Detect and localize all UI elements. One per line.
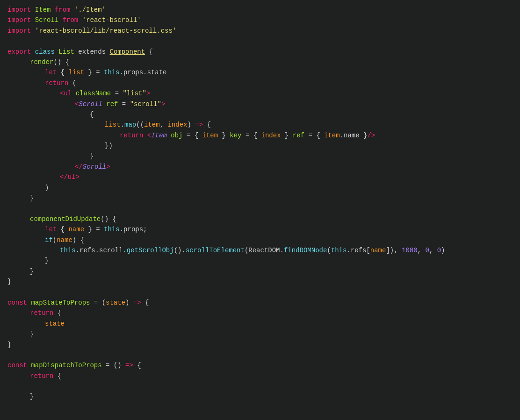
- token-num: 0: [437, 245, 441, 256]
- code-line: [0, 203, 520, 214]
- token-plain: [31, 15, 35, 25]
- token-tag: >: [161, 99, 165, 109]
- token-const-kw: const: [7, 298, 27, 308]
- code-line: <ul className = "list">: [0, 88, 520, 99]
- code-line: const mapDispatchToProps = () => {: [0, 360, 520, 370]
- token-plain: }: [30, 193, 34, 203]
- token-var-name: item: [144, 120, 160, 130]
- token-kw-from: from: [55, 5, 71, 15]
- token-map-fn: scrollToElement: [186, 245, 245, 256]
- token-var-name: state: [45, 319, 65, 329]
- token-plain: ) {: [72, 235, 84, 245]
- token-tag: >: [106, 162, 110, 172]
- token-plain: [55, 47, 58, 57]
- token-tag: >: [146, 88, 150, 99]
- code-line: <Scroll ref = "scroll">: [0, 99, 520, 109]
- token-tag: </: [75, 162, 83, 172]
- code-line: }: [0, 151, 520, 161]
- token-plain: [27, 298, 31, 308]
- token-plain: {: [145, 47, 153, 57]
- token-tag: </: [60, 172, 68, 182]
- token-plain: ): [125, 298, 133, 308]
- token-attr-name: ref: [293, 130, 304, 141]
- token-plain: .refs[: [347, 245, 370, 256]
- token-kw-import: return: [120, 130, 143, 141]
- token-plain: .: [340, 130, 344, 141]
- token-tag: />: [367, 130, 375, 141]
- token-plain: }: [30, 266, 34, 277]
- token-plain: ().: [174, 245, 186, 256]
- token-plain: () {: [101, 214, 116, 224]
- token-num: 1000: [402, 245, 418, 256]
- token-str: 'react-bscroll/lib/react-scroll.css': [35, 26, 176, 36]
- token-plain: } =: [84, 67, 104, 78]
- token-plain: [102, 99, 106, 109]
- token-plain: (ReactDOM.: [245, 245, 284, 256]
- token-plain: ,: [429, 245, 437, 256]
- code-line: componentDidUpdate() {: [0, 214, 520, 224]
- token-kw-import: export: [7, 47, 31, 57]
- token-plain: .refs.scroll.: [76, 245, 127, 256]
- token-kw-import: import: [7, 15, 31, 25]
- code-line: render() {: [0, 57, 520, 67]
- token-plain: = {: [182, 130, 202, 141]
- code-line: const mapStateToProps = (state) => {: [0, 298, 520, 308]
- code-line: this.refs.scroll.getScrollObj().scrollTo…: [0, 245, 520, 256]
- token-kw-import: return: [45, 78, 68, 88]
- token-plain: } =: [84, 224, 104, 235]
- token-tag: <: [60, 88, 64, 99]
- token-arrow: =>: [195, 120, 203, 130]
- token-plain: [51, 5, 54, 15]
- token-tag-name: Scroll: [83, 162, 106, 172]
- token-map-fn: map: [124, 120, 136, 130]
- token-plain: ,: [418, 245, 426, 256]
- token-plain: }: [218, 130, 230, 141]
- token-plain: {: [57, 224, 68, 235]
- token-plain: ((: [136, 120, 144, 130]
- token-plain: {: [90, 109, 94, 120]
- token-attr-name: ref: [106, 99, 118, 109]
- code-line: {: [0, 109, 520, 120]
- token-var-name: state: [106, 298, 125, 308]
- code-line: [0, 381, 520, 392]
- token-plain: {: [57, 67, 68, 78]
- token-str: 'react-bscroll': [82, 15, 141, 25]
- token-kw-from: from: [63, 15, 79, 25]
- token-plain: [143, 130, 147, 141]
- token-plain: ): [187, 120, 195, 130]
- code-line: export class List extends Component {: [0, 47, 520, 57]
- token-plain: }: [90, 151, 94, 161]
- code-line: </ul>: [0, 172, 520, 182]
- token-cls-name: Item: [35, 5, 51, 15]
- token-kw-import: import: [7, 5, 31, 15]
- code-line: return {: [0, 308, 520, 318]
- code-line: }: [0, 193, 520, 203]
- token-plain: {: [133, 360, 141, 370]
- token-plain: = (): [102, 360, 125, 370]
- code-line: }: [0, 266, 520, 277]
- code-line: }: [0, 256, 520, 266]
- token-plain: .props;: [120, 224, 147, 235]
- code-line: return {: [0, 371, 520, 381]
- code-line: return <Item obj = { item } key = { inde…: [0, 130, 520, 141]
- token-var-name: name: [68, 224, 84, 235]
- token-arrow: =>: [133, 298, 141, 308]
- token-plain: }): [105, 141, 113, 151]
- token-plain: [72, 88, 75, 99]
- token-attr-name: key: [230, 130, 241, 141]
- token-tag-name: Item: [151, 130, 167, 141]
- token-kw-class: class: [35, 47, 55, 57]
- token-plain: () {: [53, 57, 69, 67]
- token-cls-name: mapStateToProps: [31, 298, 90, 308]
- code-line: import Scroll from 'react-bscroll': [0, 15, 520, 25]
- code-line: [0, 36, 520, 46]
- token-kw-component: Component: [109, 47, 145, 57]
- token-plain: (: [327, 245, 331, 256]
- token-plain: [58, 15, 62, 25]
- token-plain: ,: [160, 120, 168, 130]
- token-plain: ): [441, 245, 445, 256]
- token-plain: {: [53, 371, 61, 381]
- token-arrow: =>: [125, 360, 133, 370]
- code-line: if(name) {: [0, 235, 520, 245]
- code-line: return (: [0, 78, 520, 88]
